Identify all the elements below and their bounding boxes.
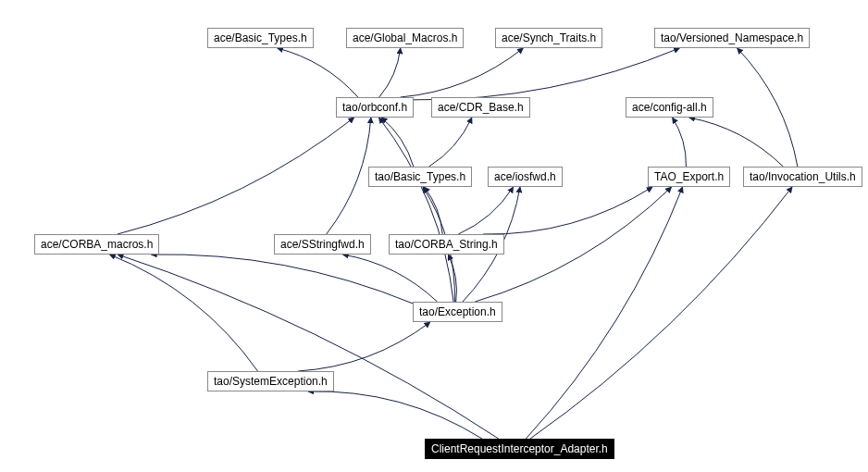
node-corba_macros[interactable]: ace/CORBA_macros.h bbox=[34, 234, 159, 255]
edge-corba_string-iosfwd bbox=[458, 187, 513, 234]
node-invocation[interactable]: tao/Invocation_Utils.h bbox=[743, 167, 862, 187]
edge-orbconf-basic_types_ace bbox=[278, 48, 358, 97]
edge-sstringfwd-orbconf bbox=[327, 118, 371, 234]
node-synch_traits[interactable]: ace/Synch_Traits.h bbox=[495, 28, 602, 48]
node-cdr_base[interactable]: ace/CDR_Base.h bbox=[431, 97, 530, 118]
edge-exception-tao_export bbox=[475, 187, 671, 302]
edge-orbconf-versioned_ns bbox=[414, 48, 679, 100]
node-corba_string[interactable]: tao/CORBA_String.h bbox=[389, 234, 504, 255]
node-orbconf[interactable]: tao/orbconf.h bbox=[336, 97, 414, 118]
edge-orbconf-global_macros bbox=[379, 48, 401, 97]
node-versioned_ns[interactable]: tao/Versioned_Namespace.h bbox=[654, 28, 810, 48]
edge-invocation-versioned_ns bbox=[738, 48, 798, 167]
node-exception[interactable]: tao/Exception.h bbox=[413, 302, 502, 322]
edge-corba_string-basic_types_tao bbox=[424, 187, 442, 234]
edge-root-tao_export bbox=[526, 187, 682, 439]
node-root: ClientRequestInterceptor_Adapter.h bbox=[425, 439, 614, 459]
edge-exception-sstringfwd bbox=[343, 255, 438, 302]
node-sysexcept[interactable]: tao/SystemException.h bbox=[207, 371, 334, 391]
edge-exception-corba_string bbox=[448, 255, 456, 302]
edge-sysexcept-corba_macros bbox=[109, 255, 257, 371]
edge-root-invocation bbox=[530, 187, 792, 439]
node-tao_export[interactable]: TAO_Export.h bbox=[648, 167, 730, 187]
node-global_macros[interactable]: ace/Global_Macros.h bbox=[346, 28, 464, 48]
node-config_all[interactable]: ace/config-all.h bbox=[626, 97, 713, 118]
edge-corba_macros-orbconf bbox=[118, 118, 354, 234]
edge-basic_types_tao-orbconf bbox=[381, 118, 414, 167]
node-iosfwd[interactable]: ace/iosfwd.h bbox=[488, 167, 563, 187]
edge-root-corba_macros bbox=[118, 255, 499, 439]
node-sstringfwd[interactable]: ace/SStringfwd.h bbox=[274, 234, 371, 255]
edge-corba_string-tao_export bbox=[483, 187, 652, 234]
edge-tao_export-config_all bbox=[673, 118, 687, 167]
edge-root-sysexcept bbox=[308, 391, 482, 439]
node-basic_types_tao[interactable]: tao/Basic_Types.h bbox=[368, 167, 472, 187]
edge-orbconf-synch_traits bbox=[401, 48, 524, 97]
edge-sysexcept-exception bbox=[298, 322, 430, 371]
edge-exception-corba_macros bbox=[151, 255, 413, 304]
node-basic_types_ace[interactable]: ace/Basic_Types.h bbox=[207, 28, 314, 48]
edge-basic_types_tao-cdr_base bbox=[429, 118, 472, 167]
edge-invocation-config_all bbox=[689, 118, 784, 167]
edge-exception-orbconf bbox=[378, 118, 453, 302]
